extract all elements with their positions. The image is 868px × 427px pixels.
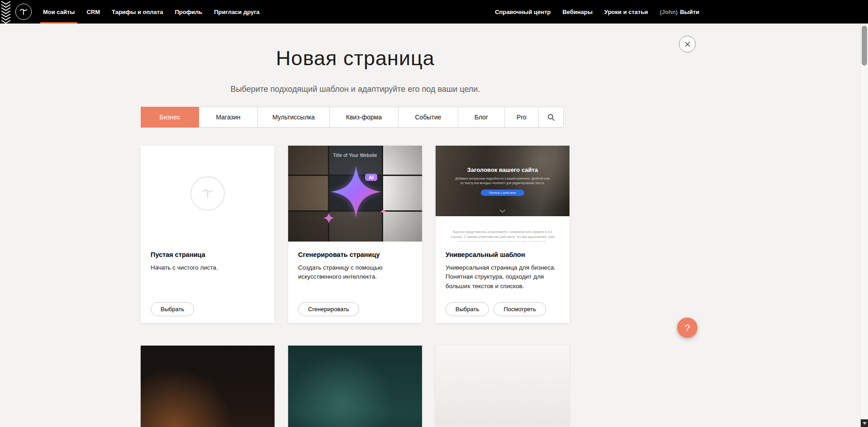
nav-item-invite-friend[interactable]: Пригласи друга — [208, 0, 266, 24]
nav-item-help-center[interactable]: Справочный центр — [489, 0, 556, 24]
tab-business[interactable]: Бизнес — [141, 107, 199, 128]
nav-item-crm[interactable]: CRM — [81, 0, 106, 24]
card-title: Пустая страница — [151, 251, 265, 258]
preview-hero: Заголовок вашего сайта Добавьте интересн… — [436, 146, 569, 216]
nav-item-logout[interactable]: (John) Выйти — [654, 0, 705, 24]
template-card-partial — [436, 346, 569, 427]
tab-quiz-form[interactable]: Квиз-форма — [329, 107, 398, 128]
template-card-partial — [288, 346, 422, 427]
search-icon — [547, 114, 555, 121]
card-actions: Выбрать — [151, 302, 194, 316]
ai-sparkle-small-icon — [323, 212, 335, 224]
vertical-scrollbar[interactable] — [860, 0, 868, 427]
template-preview-light — [436, 346, 569, 427]
card-description: Начать с чистого листа. — [151, 263, 265, 272]
chevron-down-icon — [499, 209, 506, 213]
app-screen: Мои сайты CRM Тарифы и оплата Профиль Пр… — [0, 0, 868, 427]
template-card-ai-generate: Title of Your Website — [288, 146, 422, 323]
logout-label: Выйти — [680, 9, 699, 15]
template-card-partial — [141, 346, 275, 427]
tab-multilink[interactable]: Мультиссылка — [257, 107, 330, 128]
close-button[interactable] — [679, 36, 696, 52]
card-description: Универсальная страница для бизнеса. Поня… — [446, 263, 560, 291]
template-preview-ai: Title of Your Website — [288, 146, 422, 242]
card-title: Сгенерировать страницу — [298, 251, 412, 258]
tab-search[interactable] — [538, 107, 564, 128]
triangle-down-icon — [863, 422, 867, 425]
nav-item-my-sites[interactable]: Мои сайты — [37, 0, 81, 24]
nav-item-tariffs[interactable]: Тарифы и оплата — [106, 0, 169, 24]
tab-event[interactable]: Событие — [398, 107, 458, 128]
close-icon — [684, 41, 691, 47]
scrollbar-thumb[interactable] — [862, 26, 867, 66]
template-preview-teal — [288, 346, 422, 427]
tilda-tilde-t-icon — [18, 6, 29, 17]
template-preview-blank — [141, 146, 275, 242]
scrollbar-down-button[interactable] — [861, 419, 868, 427]
template-preview-dark — [141, 346, 275, 427]
help-button[interactable]: ? — [677, 318, 697, 338]
nav-item-webinars[interactable]: Вебинары — [556, 0, 598, 24]
template-category-tabs: Бизнес Магазин Мультиссылка Квиз-форма С… — [141, 107, 564, 128]
generate-button[interactable]: Сгенерировать — [298, 302, 359, 316]
tab-shop[interactable]: Магазин — [199, 107, 258, 128]
card-title: Универсальный шаблон — [446, 251, 560, 258]
card-body: Пустая страница Начать с чистого листа. — [141, 242, 275, 272]
page-subtitle: Выберите подходящий шаблон и адаптируйте… — [0, 85, 711, 94]
tab-pro[interactable]: Pro — [504, 107, 539, 128]
tab-blog[interactable]: Блог — [458, 107, 505, 128]
top-nav-bar: Мои сайты CRM Тарифы и оплата Профиль Пр… — [0, 0, 868, 24]
preview-hero-title: Заголовок вашего сайта — [467, 166, 538, 173]
card-body: Универсальный шаблон Универсальная стран… — [436, 242, 569, 291]
ai-badge: AI — [365, 174, 377, 181]
tilda-logo[interactable] — [15, 4, 32, 20]
template-card-blank: Пустая страница Начать с чистого листа. … — [141, 146, 275, 323]
card-actions: Сгенерировать — [298, 302, 359, 316]
choose-button[interactable]: Выбрать — [151, 302, 194, 316]
page-title: Новая страница — [0, 47, 711, 70]
preview-body-text: Коротко представьтесь и расскажите о ком… — [450, 229, 555, 242]
template-preview-universal: Заголовок вашего сайта Добавьте интересн… — [436, 146, 569, 242]
user-name: (John) — [659, 9, 678, 15]
secondary-nav: Справочный центр Вебинары Уроки и статьи… — [489, 0, 868, 24]
template-card-universal: Заголовок вашего сайта Добавьте интересн… — [436, 146, 569, 323]
card-actions: Выбрать Посмотреть — [446, 302, 546, 316]
choose-button[interactable]: Выбрать — [446, 302, 489, 316]
card-description: Создать страницу с помощью искусственног… — [298, 263, 412, 282]
view-button[interactable]: Посмотреть — [493, 302, 546, 316]
preview-site-title: Title of Your Website — [288, 153, 422, 158]
nav-item-lessons[interactable]: Уроки и статьи — [598, 0, 654, 24]
preview-hero-text: Добавьте интересные подробности о вашей … — [455, 176, 550, 185]
ai-sparkle-tiny-icon — [380, 208, 387, 215]
primary-nav: Мои сайты CRM Тарифы и оплата Профиль Пр… — [37, 0, 266, 24]
zigzag-pattern-icon — [0, 0, 12, 24]
tilda-watermark-icon — [190, 176, 225, 211]
preview-cta-button: Призыв к действию — [481, 190, 524, 196]
card-body: Сгенерировать страницу Создать страницу … — [288, 242, 422, 282]
nav-item-profile[interactable]: Профиль — [169, 0, 208, 24]
